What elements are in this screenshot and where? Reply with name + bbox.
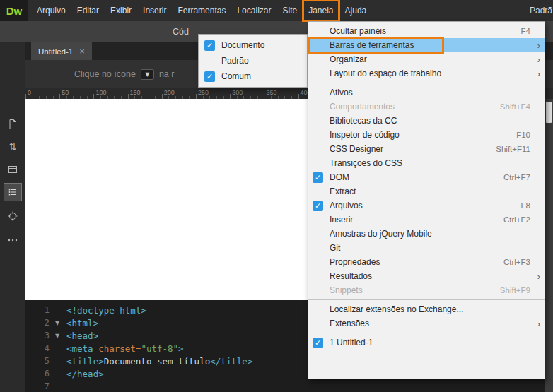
checkmark-spacer [313,257,323,268]
menu-item-css-designer[interactable]: CSS DesignerShift+F11 [308,142,545,156]
checkmark-spacer [313,186,323,197]
menu-item-label: Ocultar painéis [330,26,521,36]
menubar-item-ajuda[interactable]: Ajuda [339,0,373,21]
list-view-icon[interactable] [4,184,21,201]
menu-item-layout-do-espaco-de-trabalho[interactable]: Layout do espaço de trabalho› [308,66,545,81]
checkmark-spacer [313,319,323,329]
menu-item-bibliotecas-da-cc[interactable]: Bibliotecas da CC [308,114,545,128]
menu-item-snippets[interactable]: SnippetsShift+F9 [308,283,545,297]
menu-item-extensoes[interactable]: Extensões› [308,316,545,331]
dreamweaver-logo[interactable]: Dw [0,0,28,21]
menu-separator [308,299,545,300]
submenu-arrow-icon: › [533,319,540,328]
tab-untitled-1[interactable]: Untitled-1 × [31,42,92,60]
menu-item-label: Documento [221,40,291,50]
menu-item-barras-de-ferramentas[interactable]: Barras de ferramentas› [308,38,545,52]
menubar-item-ferramentas[interactable]: Ferramentas [172,0,231,21]
checkmark-spacer [313,88,323,98]
workspace-switcher[interactable]: Padrã [530,6,553,16]
ruler-tick-label: 250 [198,89,209,96]
menu-item-label: Inspetor de código [330,130,516,140]
code-segment: <head> [66,331,98,341]
code-view-button[interactable]: Cód [173,21,189,42]
checkmark-spacer [204,56,215,66]
checkmark-spacer [313,54,323,65]
vertical-scrollbar[interactable] [545,99,553,392]
menubar-item-localizar[interactable]: Localizar [231,0,276,21]
menubar-item-site[interactable]: Site [276,0,303,21]
menubar-item-arquivo[interactable]: Arquivo [31,0,71,21]
code-segment: </title> [210,356,252,367]
info-text-prefix: Clique no ícone [74,69,136,79]
checkmark-spacer [313,243,323,254]
code-segment: "utf-8" [141,343,178,354]
window-icon[interactable] [4,161,21,178]
menu-item-label: Transições do CSS [330,158,530,168]
menu-item-comportamentos[interactable]: ComportamentosShift+F4 [308,100,545,114]
menubar-item-editar[interactable]: Editar [71,0,105,21]
menu-item-ocultar-paineis[interactable]: Ocultar painéisF4 [308,24,545,38]
checkmark-spacer [313,26,323,37]
code-segment: Documento sem título [104,356,211,367]
line-number: 6 [25,369,55,379]
menu-item-shortcut: Ctrl+F3 [503,258,530,266]
checkmark-spacer [313,158,323,169]
menu-item-inserir[interactable]: InserirCtrl+F2 [308,213,545,227]
menu-item-transicoes-do-css[interactable]: Transições do CSS [308,156,545,170]
menu-item-resultados[interactable]: Resultados› [308,269,545,283]
ruler-tick-label: 50 [62,89,69,96]
menu-item-padrao[interactable]: Padrão [199,53,307,69]
ruler-tick-label: 300 [232,89,243,96]
submenu-arrow-icon: › [533,55,540,64]
menu-item-shortcut: Shift+F11 [496,145,530,153]
menu-item-shortcut: Shift+F4 [500,102,530,111]
checkmark-spacer [313,271,323,282]
menubar-items: ArquivoEditarExibirInserirFerramentasLoc… [31,0,372,21]
menu-item-label: Ativos [330,88,530,97]
menu-item-amostras-do-jquery-mobile[interactable]: Amostras do jQuery Mobile [308,227,545,241]
ruler-tick-label: 350 [266,89,276,96]
tab-close-icon[interactable]: × [79,46,85,57]
checkmark-spacer [313,215,323,225]
menu-item-label: 1 Untitled-1 [330,338,530,348]
ruler-tick-label: 150 [130,89,141,96]
menu-item-label: DOM [330,172,503,182]
sync-arrows-icon[interactable]: ⇅ [4,138,21,155]
menu-item-comum[interactable]: ✓Comum [199,69,307,84]
tab-title: Untitled-1 [38,47,73,56]
menubar-item-exibir[interactable]: Exibir [105,0,137,21]
scrollbar-thumb[interactable] [546,102,552,123]
more-options-icon[interactable] [4,232,21,249]
checkmark-icon: ✓ [313,172,323,183]
menu-item-dom[interactable]: ✓DOMCtrl+F7 [308,170,545,184]
menu-item-documento[interactable]: ✓Documento [199,37,307,53]
menu-item-propriedades[interactable]: PropriedadesCtrl+F3 [308,255,545,269]
checkmark-spacer [313,40,323,51]
menu-item-extract[interactable]: Extract [308,184,545,198]
submenu-arrow-icon: › [533,69,540,78]
menu-item-label: Organizar [330,54,530,64]
checkmark-spacer [313,285,323,296]
menu-item-shortcut: Ctrl+F2 [503,215,530,224]
document-icon[interactable] [4,116,21,133]
fold-arrow-icon[interactable]: ▼ [55,333,66,339]
code-segment: <meta [66,343,98,354]
fold-arrow-icon[interactable]: ▼ [55,320,66,326]
menu-item-arquivos[interactable]: ✓ArquivosF8 [308,198,545,213]
menu-item-label: Extract [330,186,530,196]
code-line: 7 [25,380,553,392]
menu-item-organizar[interactable]: Organizar› [308,52,545,66]
menu-item-git[interactable]: Git [308,241,545,255]
checkmark-spacer [313,69,323,79]
menubar-item-inserir[interactable]: Inserir [137,0,172,21]
line-number: 7 [25,381,55,391]
target-icon[interactable] [4,208,21,225]
code-segment: charset= [98,343,141,354]
menu-item-localizar-extensoes-no-exchange[interactable]: Localizar extensões no Exchange... [308,302,545,316]
menu-item-1-untitled-1[interactable]: ✓1 Untitled-1 [308,335,545,350]
line-number: 2 [25,318,55,328]
menu-item-ativos[interactable]: Ativos [308,85,545,100]
menu-item-inspetor-de-codigo[interactable]: Inspetor de códigoF10 [308,128,545,142]
checkmark-spacer [313,144,323,155]
menubar-item-janela[interactable]: Janela [303,0,339,21]
